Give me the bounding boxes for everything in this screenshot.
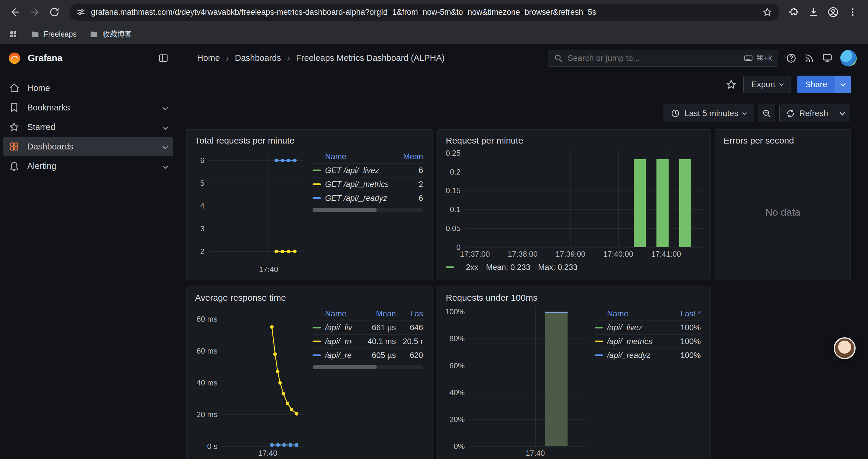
average-response-time-chart: 80 ms60 ms40 ms20 ms0 s 17:40 xyxy=(193,306,305,459)
panel-title[interactable]: Total requests per minute xyxy=(193,134,427,149)
chevron-down-icon[interactable] xyxy=(162,124,168,130)
no-data-message: No data xyxy=(721,149,844,275)
sidebar-item-label: Bookmarks xyxy=(27,103,70,112)
chevron-down-icon[interactable] xyxy=(162,163,168,169)
panel-title[interactable]: Request per minute xyxy=(443,134,704,149)
breadcrumb-current: Freeleaps Metrics Dashboard (ALPHA) xyxy=(296,53,445,63)
legend-row[interactable]: /api/_livez 661 µs 646 xyxy=(313,321,423,334)
refresh-button[interactable]: Refresh xyxy=(780,105,835,122)
folder-icon xyxy=(31,30,39,39)
bookmark-label: Freeleaps xyxy=(44,30,76,38)
breadcrumb-dashboards[interactable]: Dashboards xyxy=(235,53,281,63)
legend-header-last[interactable]: Las xyxy=(396,309,423,319)
zoom-out-button[interactable] xyxy=(758,104,775,122)
legend-row[interactable]: /api/_metrics 40.1 ms 20.5 r xyxy=(313,334,423,348)
series-name: /api/_readyz xyxy=(607,351,665,360)
time-range-picker[interactable]: Last 5 minutes xyxy=(663,104,754,122)
legend-row[interactable]: /api/_readyz 100% xyxy=(595,348,701,362)
sidebar-item-alerting[interactable]: Alerting xyxy=(3,157,173,175)
series-last: 100% xyxy=(665,323,701,332)
legend-header-mean[interactable]: Mean xyxy=(351,309,396,319)
site-settings-icon[interactable] xyxy=(76,7,86,17)
help-icon[interactable] xyxy=(786,53,797,64)
requests-under-100ms-chart: 100%80%60%40%20%0% 17:40 xyxy=(443,306,587,459)
bookmark-item-blogs[interactable]: 收藏博客 xyxy=(90,29,132,39)
series-mean: 661 µs xyxy=(351,323,396,332)
bookmark-item-freeleaps[interactable]: Freeleaps xyxy=(31,30,76,39)
search-box[interactable]: ⌘+k xyxy=(548,50,778,67)
grafana-logo[interactable] xyxy=(8,52,21,65)
grafana-topbar: Home › Dashboards › Freeleaps Metrics Da… xyxy=(176,44,868,72)
sidebar-item-starred[interactable]: Starred xyxy=(3,118,173,136)
back-button[interactable] xyxy=(6,3,24,21)
breadcrumb-home[interactable]: Home xyxy=(197,53,220,63)
favorite-star-icon[interactable] xyxy=(725,79,737,90)
legend-header: Name Last * xyxy=(595,307,701,321)
series-name: /api/_livez xyxy=(325,323,351,332)
legend-row[interactable]: GET /api/_metrics 2 xyxy=(313,177,423,191)
sidebar-item-bookmarks[interactable]: Bookmarks xyxy=(3,98,173,117)
legend-header-last[interactable]: Last * xyxy=(665,309,701,319)
download-icon[interactable] xyxy=(805,3,823,21)
chevron-down-icon xyxy=(840,81,845,86)
url-input[interactable] xyxy=(91,8,757,17)
legend-header-name[interactable]: Name xyxy=(325,309,351,319)
series-name: GET /api/_livez xyxy=(325,166,388,175)
sidebar-item-dashboards[interactable]: Dashboards xyxy=(3,137,173,156)
legend-row[interactable]: GET /api/_livez 6 xyxy=(313,163,423,177)
forward-button[interactable] xyxy=(26,3,44,21)
legend-row[interactable]: /api/_readyz 605 µs 620 xyxy=(313,348,423,362)
browser-toolbar xyxy=(0,0,868,24)
apps-grid-icon[interactable] xyxy=(9,30,18,39)
series-mean: Mean: 0.233 xyxy=(486,263,530,272)
search-icon xyxy=(554,54,563,63)
breadcrumb: Home › Dashboards › Freeleaps Metrics Da… xyxy=(197,53,445,64)
sidebar-collapse-icon[interactable] xyxy=(158,53,168,63)
home-icon xyxy=(9,83,20,93)
request-per-minute-chart: 0.250.20.150.10.050 17:37:0017:38:0017:3… xyxy=(443,149,704,260)
keyboard-icon xyxy=(744,54,753,63)
legend-header-name[interactable]: Name xyxy=(607,309,665,319)
legend-row[interactable]: /api/_metrics 100% xyxy=(595,334,701,348)
series-mean: 605 µs xyxy=(351,351,396,360)
series-mean: 6 xyxy=(388,166,423,175)
series-color-swatch xyxy=(446,266,454,268)
sidebar-item-label: Starred xyxy=(27,122,55,132)
legend-scrollbar[interactable] xyxy=(313,365,423,369)
brand-title: Grafana xyxy=(28,53,62,64)
sidebar-nav: Home Bookmarks Starred Dashbo xyxy=(0,72,176,175)
scrollbar-thumb[interactable] xyxy=(313,208,377,212)
user-avatar[interactable] xyxy=(840,50,857,66)
export-button[interactable]: Export xyxy=(743,76,791,93)
legend-header-mean[interactable]: Mean xyxy=(388,152,423,161)
legend-inline[interactable]: 2xx Mean: 0.233 Max: 0.233 xyxy=(443,260,704,275)
profile-icon[interactable] xyxy=(824,3,842,21)
search-input[interactable] xyxy=(567,54,739,63)
legend-row[interactable]: /api/_livez 100% xyxy=(595,321,701,334)
scrollbar-thumb[interactable] xyxy=(313,365,377,369)
sidebar-item-home[interactable]: Home xyxy=(3,78,173,97)
extensions-icon[interactable] xyxy=(785,3,803,21)
share-button[interactable]: Share xyxy=(797,76,835,93)
panel-title[interactable]: Average response time xyxy=(193,291,427,306)
news-rss-icon[interactable] xyxy=(804,53,814,63)
refresh-interval-button[interactable] xyxy=(835,105,850,122)
legend-scrollbar[interactable] xyxy=(313,208,423,212)
chevron-down-icon[interactable] xyxy=(162,105,168,110)
bookmark-star-icon[interactable] xyxy=(762,7,772,17)
chevron-down-icon[interactable] xyxy=(162,144,168,149)
legend-header-name[interactable]: Name xyxy=(325,152,388,161)
reload-button[interactable] xyxy=(45,3,63,21)
legend-table: Name Mean Las /api/_livez 661 µs xyxy=(305,306,427,459)
legend-row[interactable]: GET /api/_readyz 6 xyxy=(313,191,423,205)
bookmark-label: 收藏博客 xyxy=(102,29,132,39)
assistant-avatar-bubble[interactable] xyxy=(834,337,856,359)
series-name: GET /api/_readyz xyxy=(325,194,388,203)
panel-title[interactable]: Requests under 100ms xyxy=(443,291,704,306)
series-color-swatch xyxy=(313,340,321,342)
panel-title[interactable]: Errors per second xyxy=(721,134,844,149)
share-menu-button[interactable] xyxy=(835,76,851,93)
browser-menu-icon[interactable] xyxy=(844,3,862,21)
address-bar[interactable] xyxy=(69,4,779,21)
monitor-icon[interactable] xyxy=(822,53,833,64)
